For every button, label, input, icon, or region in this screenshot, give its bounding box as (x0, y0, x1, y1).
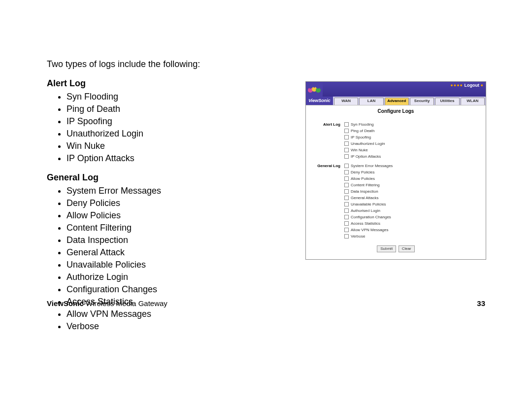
topbar: ●●●● Logout ● (306, 82, 486, 97)
tab-wlan[interactable]: WLAN (461, 98, 485, 105)
option-label: Configuration Changes (351, 215, 391, 220)
checkbox[interactable] (344, 196, 349, 200)
footer-product: ViewSonic Wireless Media Gateway (47, 299, 167, 308)
option-label: General Attacks (351, 196, 378, 201)
checkbox[interactable] (344, 183, 349, 187)
checkbox[interactable] (344, 129, 349, 133)
list-item: Configuration Changes (66, 284, 283, 295)
list-item: Allow VPN Messages (66, 309, 283, 319)
option-label: Allow VPN Messages (351, 228, 388, 233)
button-row: Submit Clear (311, 242, 481, 252)
option-label: IP Spoofing (351, 135, 371, 140)
tab-advanced[interactable]: Advanced (385, 98, 409, 105)
option-label: Ping of Death (351, 129, 374, 134)
submit-button[interactable]: Submit (377, 245, 396, 252)
option-label: Allow Policies (351, 176, 375, 181)
checkbox[interactable] (344, 135, 349, 139)
option-label: Verbose (351, 234, 365, 239)
list-item: Unauthorized Login (66, 129, 283, 139)
svg-point-3 (309, 86, 311, 89)
checkbox[interactable] (344, 221, 349, 226)
list-item: IP Option Attacks (66, 153, 283, 164)
panel-title: Configure Logs (306, 105, 486, 118)
checkbox[interactable] (344, 215, 349, 219)
checkbox[interactable] (344, 228, 349, 232)
option-label: System Error Messages (351, 164, 393, 169)
checkbox[interactable] (344, 164, 349, 168)
option-label: Deny Policies (351, 170, 374, 175)
list-item: System Error Messages (66, 186, 283, 196)
tab-wan[interactable]: WAN (334, 98, 358, 105)
general-log-heading: General Log (47, 172, 283, 183)
option-label: Data Inspection (351, 189, 378, 194)
list-item: Ping of Death (66, 104, 283, 114)
checkbox[interactable] (344, 141, 349, 146)
option-label: Syn Flooding (351, 122, 374, 127)
svg-point-5 (317, 86, 319, 89)
tab-utilities[interactable]: Utilities (435, 98, 459, 105)
brand-row: ViewSonic WAN LAN Advanced Security Util… (306, 97, 486, 105)
list-item: Allow Policies (66, 210, 283, 221)
page: Two types of logs include the following:… (0, 0, 532, 352)
option-label: Win Nuke (351, 148, 368, 153)
list-item: IP Spoofing (66, 116, 283, 127)
tab-lan[interactable]: LAN (359, 98, 383, 105)
router-screenshot: ●●●● Logout ● ViewSonic WAN LAN Advanced… (305, 81, 486, 260)
checkbox[interactable] (344, 189, 349, 194)
list-item: Authorize Login (66, 272, 283, 282)
alert-log-group: Alert Log Syn Flooding Ping of Death IP … (311, 121, 481, 160)
option-label: Content Filtering (351, 183, 380, 188)
intro-text: Two types of logs include the following: (47, 59, 283, 69)
left-column: Two types of logs include the following:… (47, 59, 283, 341)
footer-page-number: 33 (477, 299, 485, 308)
form-area: Alert Log Syn Flooding Ping of Death IP … (306, 118, 486, 259)
general-log-list: System Error Messages Deny Policies Allo… (47, 186, 283, 332)
logout-link[interactable]: ●●●● Logout ● (450, 83, 484, 88)
list-item: Win Nuke (66, 141, 283, 151)
option-label: Unauthorized Login (351, 141, 385, 146)
svg-point-4 (313, 85, 315, 88)
general-log-group: General Log System Error Messages Deny P… (311, 163, 481, 240)
list-item: Content Filtering (66, 223, 283, 233)
general-log-label: General Log (311, 163, 344, 240)
list-item: Deny Policies (66, 198, 283, 208)
brand-label: ViewSonic (306, 97, 333, 105)
mascot-icon (306, 82, 323, 97)
option-label: Authorised Login (351, 208, 380, 213)
list-item: General Attack (66, 247, 283, 258)
list-item: Data Inspection (66, 235, 283, 245)
tab-security[interactable]: Security (410, 98, 434, 105)
checkbox[interactable] (344, 202, 349, 206)
checkbox[interactable] (344, 122, 349, 127)
checkbox[interactable] (344, 176, 349, 181)
nav-tabs: WAN LAN Advanced Security Utilities WLAN (333, 97, 486, 105)
option-label: IP Option Attacks (351, 154, 381, 159)
footer: ViewSonic Wireless Media Gateway 33 (47, 299, 485, 308)
checkbox[interactable] (344, 208, 349, 213)
alert-log-heading: Alert Log (47, 78, 283, 89)
option-label: Access Statistics (351, 221, 380, 226)
alert-log-list: Syn Flooding Ping of Death IP Spoofing U… (47, 92, 283, 164)
clear-button[interactable]: Clear (399, 245, 415, 252)
checkbox[interactable] (344, 234, 349, 239)
checkbox[interactable] (344, 170, 349, 174)
checkbox[interactable] (344, 154, 349, 159)
checkbox[interactable] (344, 148, 349, 152)
option-label: Unavailable Policies (351, 202, 386, 207)
right-column: ●●●● Logout ● ViewSonic WAN LAN Advanced… (305, 81, 485, 260)
list-item: Syn Flooding (66, 92, 283, 102)
alert-log-label: Alert Log (311, 121, 344, 160)
list-item: Unavailable Policies (66, 260, 283, 270)
list-item: Verbose (66, 321, 283, 332)
